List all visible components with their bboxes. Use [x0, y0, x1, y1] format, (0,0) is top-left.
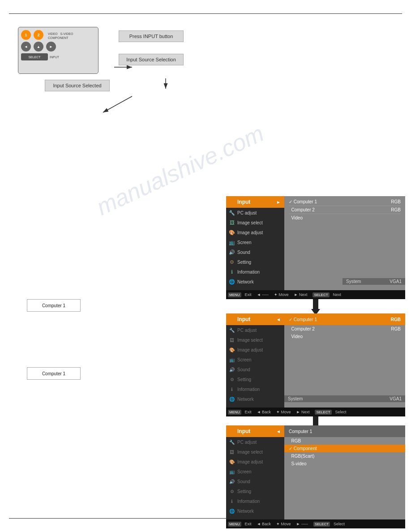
osd-panel-2: ⚙ Input ◄ 🔧 PC adjust 🖼 Image select 🎨 I…	[226, 313, 405, 412]
osd2-network-icon: 🌐	[229, 396, 235, 402]
osd1-info-icon: ℹ	[229, 269, 235, 275]
osd2-right-header: ✓ Computer 1 RGB	[284, 313, 405, 325]
osd3-screen-icon: 📺	[229, 468, 235, 475]
osd2-menu-pc-adjust[interactable]: 🔧 PC adjust	[226, 325, 284, 335]
osd3-setting-icon: ⚙	[229, 488, 235, 494]
osd3-menu-pc-adjust[interactable]: 🔧 PC adjust	[226, 437, 284, 447]
osd1-menu-information[interactable]: ℹ Information	[226, 267, 284, 277]
osd2-menu-image-select[interactable]: 🖼 Image select	[226, 335, 284, 345]
osd1-right-panel: ✓ Computer 1 RGB Computer 2 RGB Video Sy…	[284, 196, 405, 295]
osd3-menu-setting[interactable]: ⚙ Setting	[226, 486, 284, 496]
osd2-footer: MENU Exit ◄ Back ✦ Move ► Next SELECT Se…	[226, 408, 405, 416]
osd3-menu-network[interactable]: 🌐 Network	[226, 506, 284, 516]
osd3-header: ⚙ Input ◄	[226, 425, 284, 437]
remote-select-label: INPUT	[50, 56, 59, 59]
osd3-component-row: ✓ Component	[284, 445, 405, 452]
down-arrow-1	[311, 299, 320, 315]
osd1-menu-pc-adjust[interactable]: 🔧 PC adjust	[226, 208, 284, 218]
left-annotation-box-2: Computer 1	[27, 367, 81, 380]
osd1-image-adjust-icon: 🎨	[229, 229, 235, 236]
osd3-left-menu: ⚙ Input ◄ 🔧 PC adjust 🖼 Image select 🎨 I…	[226, 425, 284, 524]
osd-panel-3: ⚙ Input ◄ 🔧 PC adjust 🖼 Image select 🎨 I…	[226, 425, 405, 524]
diagram-box-press-input: Press INPUT button	[119, 30, 184, 42]
osd2-menu-screen[interactable]: 📺 Screen	[226, 355, 284, 365]
osd1-footer: MENU Exit ◄ ----- ✦ Move ► Next SELECT N…	[226, 290, 405, 299]
osd1-network-icon: 🌐	[229, 279, 235, 285]
osd3-right-header: Computer 1	[284, 425, 405, 437]
osd2-menu-sound[interactable]: 🔊 Sound	[226, 365, 284, 374]
osd3-menu-sound[interactable]: 🔊 Sound	[226, 476, 284, 486]
osd2-imgsel-icon: 🖼	[229, 337, 235, 343]
osd3-svideo-row: S-video	[284, 460, 405, 468]
osd3-menu-image-select[interactable]: 🖼 Image select	[226, 447, 284, 457]
osd1-menu-network[interactable]: 🌐 Network	[226, 277, 284, 287]
remote-btn-left[interactable]: ◄	[21, 42, 31, 51]
osd3-menu-screen[interactable]: 📺 Screen	[226, 467, 284, 476]
osd3-rgb-row: RGB	[284, 437, 405, 445]
osd2-info-icon: ℹ	[229, 386, 235, 392]
osd1-left-menu: ⚙ Input ► 🔧 PC adjust 🖼 Image select 🎨 I…	[226, 196, 284, 295]
osd1-setting-icon: ⚙	[229, 259, 235, 265]
osd1-menu-sound[interactable]: 🔊 Sound	[226, 247, 284, 257]
remote-btn-up[interactable]: ▲	[34, 42, 43, 51]
osd3-menu-information[interactable]: ℹ Information	[226, 496, 284, 506]
remote-btn-1[interactable]: 1	[21, 30, 31, 40]
osd1-menu-image-select[interactable]: 🖼 Image select	[226, 218, 284, 227]
osd3-menu-image-adjust[interactable]: 🎨 Image adjust	[226, 457, 284, 467]
osd2-screen-icon: 📺	[229, 356, 235, 363]
osd3-info-icon: ℹ	[229, 498, 235, 504]
osd3-network-icon: 🌐	[229, 508, 235, 514]
osd3-rgbscart-row: RGB(Scart)	[284, 452, 405, 460]
osd3-imgsel-icon: 🖼	[229, 449, 235, 455]
osd2-menu-network[interactable]: 🌐 Network	[226, 394, 284, 404]
osd3-footer: MENU Exit ◄ Back ✦ Move ► ----- SELECT S…	[226, 519, 405, 528]
osd2-right-panel: ✓ Computer 1 RGB Computer 2 RGB Video Sy…	[284, 313, 405, 412]
osd2-menu-setting[interactable]: ⚙ Setting	[226, 374, 284, 384]
svg-line-2	[103, 96, 132, 112]
top-border	[9, 13, 402, 14]
osd2-computer2-row: Computer 2 RGB	[284, 325, 405, 333]
osd1-menu-setting[interactable]: ⚙ Setting	[226, 257, 284, 267]
left-annotation-box-1: Computer 1	[27, 299, 81, 312]
osd3-imgadj-icon: 🎨	[229, 459, 235, 465]
osd1-header: ⚙ Input ►	[226, 196, 284, 208]
osd-panel-1: ⚙ Input ► 🔧 PC adjust 🖼 Image select 🎨 I…	[226, 196, 405, 295]
osd2-setting-icon: ⚙	[229, 376, 235, 382]
diagram-box-selected: Input Source Selected	[45, 80, 110, 91]
osd2-system-row: System VGA1	[284, 395, 405, 402]
osd1-menu-screen[interactable]: 📺 Screen	[226, 237, 284, 247]
osd1-image-select-icon: 🖼	[229, 219, 235, 226]
osd3-sound-icon: 🔊	[229, 478, 235, 485]
remote-btn-2[interactable]: 2	[34, 30, 43, 40]
osd2-sound-icon: 🔊	[229, 366, 235, 373]
osd2-left-menu: ⚙ Input ◄ 🔧 PC adjust 🖼 Image select 🎨 I…	[226, 313, 284, 412]
osd2-header: ⚙ Input ◄	[226, 313, 284, 325]
remote-btn-right[interactable]: ►	[46, 42, 56, 51]
diagram-box-input-source: Input Source Selection	[119, 54, 184, 65]
osd2-imgadj-icon: 🎨	[229, 347, 235, 353]
remote-labels: VIDEO S-VIDEO COMPONENT	[48, 32, 95, 40]
osd2-menu-information[interactable]: ℹ Information	[226, 384, 284, 394]
osd3-right-panel: Computer 1 RGB ✓ Component RGB(Scart) S-…	[284, 425, 405, 524]
osd1-sound-icon: 🔊	[229, 249, 235, 255]
osd2-menu-image-adjust[interactable]: 🎨 Image adjust	[226, 345, 284, 355]
osd2-pc-icon: 🔧	[229, 327, 235, 333]
osd1-screen-icon: 📺	[229, 239, 235, 245]
osd3-pc-icon: 🔧	[229, 439, 235, 445]
remote-select-btn[interactable]: SELECT	[21, 53, 48, 60]
osd1-menu-image-adjust[interactable]: 🎨 Image adjust	[226, 227, 284, 237]
osd2-video-row: Video	[284, 333, 405, 340]
remote-control-diagram: 1 2 VIDEO S-VIDEO COMPONENT ◄ ▲ ► SELECT…	[18, 27, 98, 74]
osd1-pc-adjust-icon: 🔧	[229, 210, 235, 216]
